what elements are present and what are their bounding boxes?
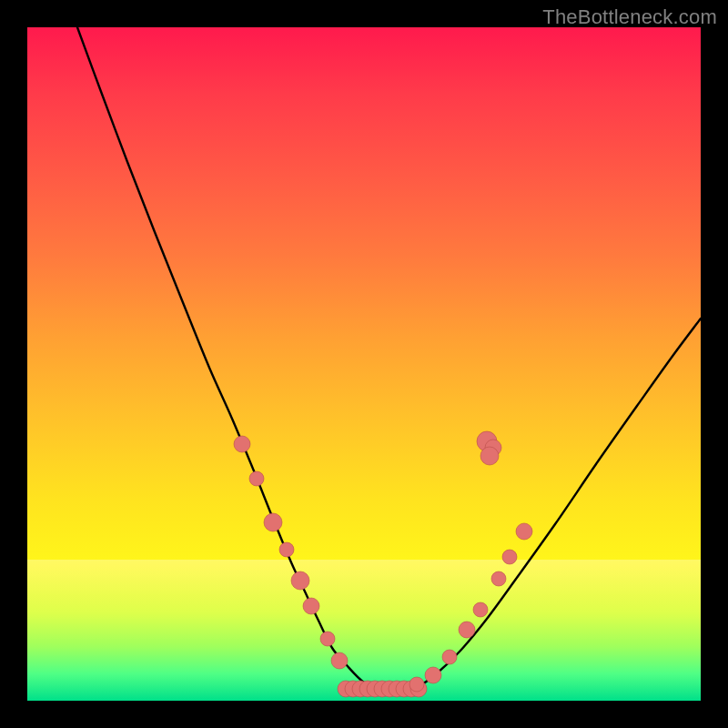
scatter-dot (425, 667, 441, 683)
scatter-dot (459, 622, 475, 638)
scatter-dot (480, 447, 499, 465)
chart-frame: TheBottleneck.com (0, 0, 728, 728)
watermark-text: TheBottleneck.com (542, 5, 717, 29)
scatter-dot (516, 523, 532, 540)
scatter-dot (291, 571, 309, 590)
scatter-dot (442, 650, 457, 664)
scatter-dot (303, 598, 319, 614)
bottleneck-curve (77, 27, 701, 691)
scatter-dot (410, 677, 424, 692)
scatter-dot (473, 602, 488, 617)
scatter-dot (320, 632, 335, 646)
scatter-dot (264, 513, 282, 531)
scatter-dot (249, 471, 264, 486)
scatter-dot (234, 436, 250, 452)
scatter-dot (279, 542, 294, 557)
scatter-dot (331, 652, 348, 669)
scatter-dots (234, 431, 532, 692)
curve-svg (27, 27, 701, 701)
scatter-dot (502, 550, 517, 564)
scatter-dot (491, 571, 506, 586)
plot-area (27, 27, 701, 701)
